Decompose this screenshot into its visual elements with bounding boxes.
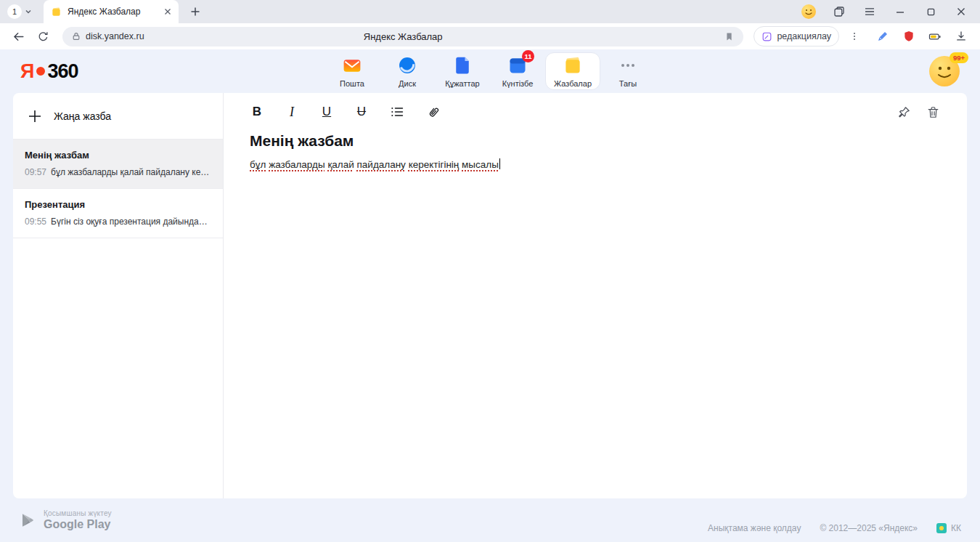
edit-mode-label: редакциялау: [777, 31, 831, 41]
italic-button[interactable]: I: [285, 103, 299, 121]
edit-mode-button[interactable]: редакциялау: [754, 26, 839, 46]
note-title: Менің жазбам: [25, 150, 211, 161]
window-minimize-button[interactable]: [893, 4, 907, 19]
tab-title: Яндекс Жазбалар: [68, 7, 158, 17]
logo-ya-letter: Я: [20, 60, 34, 83]
page-footer: Қосымшаны жүктеу Google Play Анықтама жә…: [0, 498, 980, 542]
service-calendar[interactable]: 11 Күнтізбе: [490, 52, 545, 90]
refresh-button[interactable]: [33, 27, 52, 46]
notes-sidebar: Жаңа жазба Менің жазбам 09:57 бұл жазбал…: [13, 93, 224, 498]
address-host: disk.yandex.ru: [86, 31, 144, 41]
body-word: керектігінің: [409, 159, 460, 170]
body-word: мысалы: [462, 159, 499, 170]
service-label: Күнтізбе: [502, 79, 534, 88]
service-mail[interactable]: Пошта: [324, 52, 380, 90]
service-label: Пошта: [340, 79, 364, 88]
delete-note-button[interactable]: [925, 104, 941, 120]
download-hint: Қосымшаны жүктеу: [44, 509, 112, 517]
body-word: бұл: [250, 159, 266, 170]
browser-tab-bar: 1 Яндекс Жазбалар: [0, 0, 980, 23]
language-label: КК: [951, 523, 961, 533]
address-bar[interactable]: disk.yandex.ru Яндекс Жазбалар: [62, 27, 743, 46]
strikethrough-button[interactable]: U: [354, 103, 369, 121]
note-editor-title[interactable]: Менің жазбам: [250, 132, 941, 150]
plus-icon: [28, 109, 42, 124]
more-dots-icon: [617, 54, 639, 76]
note-editor-text[interactable]: бұл жазбаларды қалай пайдалану керектігі…: [250, 158, 941, 172]
service-notes[interactable]: Жазбалар: [545, 52, 600, 90]
mail-icon: [341, 54, 363, 76]
window-maximize-button[interactable]: [923, 4, 938, 19]
yandex360-header: Я 360 Пошта Диск Құжаттар 11: [0, 49, 980, 93]
underline-button[interactable]: U: [319, 103, 334, 121]
service-label: Тағы: [619, 79, 637, 88]
lock-icon: [71, 31, 81, 41]
note-time: 09:55: [25, 217, 46, 227]
services-nav: Пошта Диск Құжаттар 11 Күнтізбе Жазб: [324, 52, 656, 90]
language-switcher[interactable]: КК: [936, 523, 961, 533]
chevron-down-icon: [25, 8, 32, 15]
text-caret: [499, 158, 501, 169]
note-time: 09:57: [25, 167, 46, 177]
note-title: Презентация: [25, 199, 211, 210]
browser-tab[interactable]: Яндекс Жазбалар: [44, 0, 179, 23]
tab-close-icon[interactable]: [164, 8, 171, 15]
protect-shield-icon[interactable]: [902, 29, 916, 44]
body-word: пайдалану: [357, 159, 406, 170]
service-docs[interactable]: Құжаттар: [435, 52, 490, 90]
back-button[interactable]: [9, 27, 28, 46]
note-list-item[interactable]: Менің жазбам 09:57 бұл жазбаларды қалай …: [13, 139, 223, 189]
user-avatar[interactable]: 99+: [929, 56, 960, 86]
calendar-icon: 11: [507, 54, 528, 76]
pen-extension-icon[interactable]: [875, 29, 890, 44]
page-title: Яндекс Жазбалар: [364, 31, 443, 42]
edit-pencil-icon: [761, 31, 772, 42]
tabs-panel-icon[interactable]: [832, 4, 846, 19]
store-name: Google Play: [44, 518, 112, 531]
note-editor: B I U U: [224, 93, 967, 498]
battery-icon[interactable]: [928, 29, 942, 44]
tab-group-count: 1: [7, 4, 22, 19]
notes-icon: [562, 54, 584, 76]
new-note-label: Жаңа жазба: [54, 110, 111, 122]
note-snippet: Бүгін сіз оқуға презентация дайында…: [51, 217, 208, 227]
notes-app-panel: Жаңа жазба Менің жазбам 09:57 бұл жазбал…: [13, 93, 967, 498]
browser-menu-icon[interactable]: [862, 4, 877, 19]
note-snippet: бұл жазбаларды қалай пайдалану ке…: [51, 167, 209, 177]
service-label: Жазбалар: [554, 79, 592, 88]
note-list-item[interactable]: Презентация 09:55 Бүгін сіз оқуға презен…: [13, 189, 223, 238]
logo-360-text: 360: [47, 60, 78, 83]
new-note-button[interactable]: Жаңа жазба: [13, 93, 223, 139]
browser-toolbar: disk.yandex.ru Яндекс Жазбалар редакциял…: [0, 23, 980, 49]
bullet-list-button[interactable]: [389, 104, 405, 120]
service-label: Құжаттар: [445, 79, 479, 88]
service-disk[interactable]: Диск: [380, 52, 435, 90]
attach-file-button[interactable]: [425, 104, 441, 120]
pin-note-button[interactable]: [896, 104, 912, 120]
notes-favicon: [51, 7, 62, 17]
downloads-icon[interactable]: [954, 29, 968, 44]
help-link[interactable]: Анықтама және қолдау: [708, 523, 801, 533]
format-toolbar: B I U U: [224, 93, 967, 131]
body-word: жазбаларды: [269, 159, 325, 170]
page-content: Жаңа жазба Менің жазбам 09:57 бұл жазбал…: [0, 93, 980, 498]
disk-icon: [396, 54, 418, 76]
bold-button[interactable]: B: [250, 103, 264, 121]
yandex360-logo[interactable]: Я 360: [20, 60, 78, 83]
kebab-menu-icon[interactable]: [845, 27, 864, 46]
window-close-button[interactable]: [954, 4, 968, 19]
copyright-text: © 2012—2025 «Яндекс»: [820, 523, 918, 533]
tab-group-chip[interactable]: 1: [7, 4, 32, 19]
google-play-link[interactable]: Қосымшаны жүктеу Google Play: [19, 509, 112, 531]
plus-icon: [190, 7, 200, 17]
smiley-face-icon: [801, 4, 816, 19]
documents-icon: [452, 54, 473, 76]
user-emoji-icon[interactable]: [801, 4, 816, 19]
new-tab-button[interactable]: [186, 2, 205, 21]
bookmark-icon[interactable]: [724, 31, 735, 42]
service-more[interactable]: Тағы: [600, 52, 656, 90]
note-body-area[interactable]: Менің жазбам бұл жазбаларды қалай пайдал…: [224, 131, 967, 172]
service-label: Диск: [399, 79, 416, 88]
google-play-icon: [19, 511, 36, 529]
notifications-badge: 99+: [950, 52, 968, 63]
